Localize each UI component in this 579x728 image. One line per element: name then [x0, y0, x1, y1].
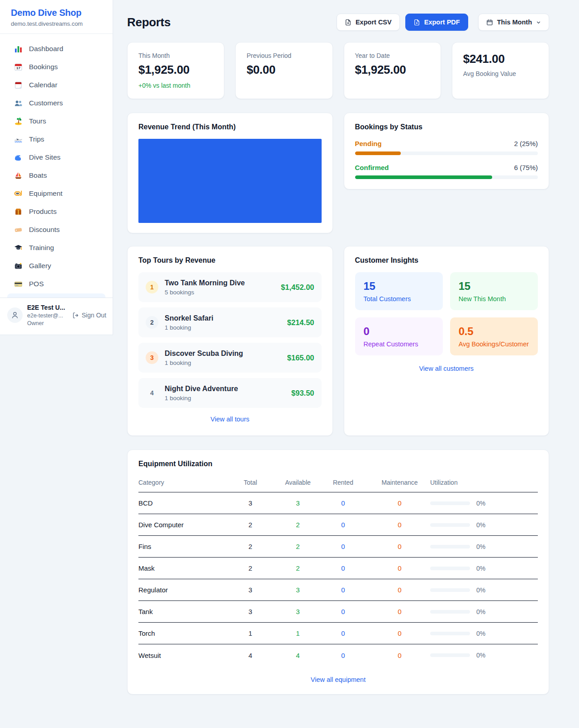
- brand-domain: demo.test.divestreams.com: [11, 20, 102, 27]
- sign-out-button[interactable]: Sign Out: [72, 312, 106, 319]
- sidebar-item-dashboard[interactable]: Dashboard: [7, 40, 105, 58]
- user-email: e2e-tester@...: [27, 312, 65, 320]
- insight-tile-total-customers: 15 Total Customers: [355, 272, 443, 310]
- sidebar-item-discounts[interactable]: Discounts: [7, 221, 105, 239]
- chevron-down-icon: [536, 20, 541, 25]
- list-item: 1 Two Tank Morning Dive 5 bookings $1,45…: [138, 272, 322, 302]
- avatar: [7, 307, 23, 323]
- sidebar-item-equipment[interactable]: Equipment: [7, 184, 105, 203]
- table-row: BCD 3 3 0 0 0%: [138, 492, 538, 514]
- export-csv-button[interactable]: Export CSV: [337, 14, 400, 31]
- table-row: Dive Computer 2 2 0 0 0%: [138, 514, 538, 536]
- file-download-icon: [345, 19, 351, 26]
- status-row-pending: Pending 2 (25%): [355, 140, 538, 155]
- sidebar-item-bookings[interactable]: 17 Bookings: [7, 58, 105, 76]
- sidebar-item-label: Training: [29, 244, 54, 252]
- sidebar-item-trips[interactable]: Trips: [7, 130, 105, 148]
- sidebar-item-active-partial[interactable]: [7, 293, 105, 298]
- package-icon: [14, 207, 23, 216]
- tour-amount: $1,452.00: [281, 283, 314, 292]
- sidebar-item-label: Discounts: [29, 226, 60, 234]
- bookings-by-status-title: Bookings by Status: [355, 123, 538, 131]
- user-name: E2E Test U...: [27, 303, 65, 312]
- customer-insights-title: Customer Insights: [355, 256, 538, 265]
- sidebar-item-label: Equipment: [29, 189, 62, 198]
- stat-card-previous-period: Previous Period $0.00: [235, 42, 332, 99]
- insight-grid: 15 Total Customers 15 New This Month 0 R…: [355, 272, 538, 355]
- period-dropdown[interactable]: This Month: [478, 14, 549, 31]
- sidebar: Demo Dive Shop demo.test.divestreams.com…: [0, 0, 113, 335]
- utilization-bar: [430, 610, 470, 614]
- top-tours-title: Top Tours by Revenue: [138, 256, 322, 265]
- list-item: 4 Night Dive Adventure 1 booking $93.50: [138, 378, 322, 408]
- utilization-bar: [430, 545, 470, 548]
- tour-bookings: 1 booking: [165, 324, 281, 331]
- sidebar-item-tours[interactable]: Tours: [7, 112, 105, 130]
- svg-text:17: 17: [16, 66, 20, 70]
- tour-amount: $214.50: [287, 318, 314, 327]
- customer-insights-card: Customer Insights 15 Total Customers 15 …: [344, 246, 550, 436]
- revenue-trend-chart: [138, 139, 322, 223]
- table-row: Fins 2 2 0 0 0%: [138, 536, 538, 558]
- tour-bookings: 1 booking: [165, 395, 285, 402]
- tour-rows: 1 Two Tank Morning Dive 5 bookings $1,45…: [138, 272, 322, 408]
- sidebar-item-label: Gallery: [29, 262, 51, 270]
- tour-amount: $93.50: [291, 389, 314, 397]
- sidebar-item-label: Products: [29, 208, 57, 216]
- status-label: Confirmed: [355, 164, 389, 171]
- sidebar-item-dive-sites[interactable]: Dive Sites: [7, 148, 105, 166]
- view-all-equipment-link[interactable]: View all equipment: [138, 676, 538, 683]
- calendar-date-icon: 17: [14, 62, 23, 71]
- view-all-customers-link[interactable]: View all customers: [355, 365, 538, 372]
- brand: Demo Dive Shop demo.test.divestreams.com: [0, 0, 113, 34]
- page-header: Reports Export CSV Export PDF This Month: [127, 14, 549, 31]
- sidebar-item-label: Calendar: [29, 81, 57, 89]
- speedboat-icon: [14, 135, 23, 144]
- utilization-bar: [430, 501, 470, 505]
- tour-name: Snorkel Safari: [165, 314, 281, 322]
- sidebar-item-gallery[interactable]: Gallery: [7, 257, 105, 275]
- tour-bookings: 1 booking: [165, 359, 281, 366]
- charts-row: Revenue Trend (This Month) Bookings by S…: [127, 113, 549, 233]
- graduation-cap-icon: [14, 243, 23, 252]
- sidebar-item-label: POS: [29, 280, 44, 288]
- sidebar-item-pos[interactable]: POS: [7, 275, 105, 293]
- sidebar-item-label: Trips: [29, 135, 44, 143]
- credit-card-icon: [14, 279, 23, 288]
- sidebar-nav: Dashboard 17 Bookings Calendar Customers…: [0, 34, 113, 298]
- stat-cards: This Month $1,925.00 +0% vs last month P…: [127, 42, 549, 99]
- sidebar-item-training[interactable]: Training: [7, 239, 105, 257]
- view-all-tours-link[interactable]: View all tours: [138, 416, 322, 423]
- status-value: 6 (75%): [514, 164, 538, 171]
- progress-track: [355, 151, 538, 155]
- table-row: Mask 2 2 0 0 0%: [138, 558, 538, 579]
- sidebar-item-boats[interactable]: Boats: [7, 166, 105, 184]
- sidebar-item-label: Customers: [29, 99, 63, 107]
- equipment-utilization-card: Equipment Utilization Category Total Ava…: [127, 449, 549, 695]
- revenue-trend-card: Revenue Trend (This Month): [127, 113, 333, 233]
- tour-amount: $165.00: [287, 354, 314, 362]
- bar-chart-icon: [14, 44, 23, 53]
- table-row: Regulator 3 3 0 0 0%: [138, 579, 538, 601]
- user-info: E2E Test U... e2e-tester@... Owner: [27, 303, 65, 327]
- table-row: Torch 1 1 0 0 0%: [138, 623, 538, 644]
- main-content: Reports Export CSV Export PDF This Month…: [113, 0, 579, 695]
- utilization-bar: [430, 588, 470, 592]
- tour-name: Discover Scuba Diving: [165, 350, 281, 358]
- sidebar-item-customers[interactable]: Customers: [7, 94, 105, 112]
- tear-off-calendar-icon: [14, 80, 23, 90]
- table-header: Category Total Available Rented Maintena…: [138, 474, 538, 492]
- diving-mask-icon: [14, 189, 23, 198]
- tour-name: Two Tank Morning Dive: [165, 279, 275, 287]
- rank-badge: 1: [146, 281, 158, 293]
- page-title: Reports: [127, 15, 171, 29]
- sidebar-item-calendar[interactable]: Calendar: [7, 76, 105, 94]
- utilization-bar: [430, 523, 470, 527]
- rank-badge: 4: [146, 387, 158, 399]
- user-panel: E2E Test U... e2e-tester@... Owner Sign …: [0, 298, 113, 335]
- brand-name: Demo Dive Shop: [11, 8, 102, 18]
- status-value: 2 (25%): [514, 140, 538, 147]
- person-icon: [10, 311, 19, 320]
- export-pdf-button[interactable]: Export PDF: [405, 14, 468, 31]
- sidebar-item-products[interactable]: Products: [7, 203, 105, 221]
